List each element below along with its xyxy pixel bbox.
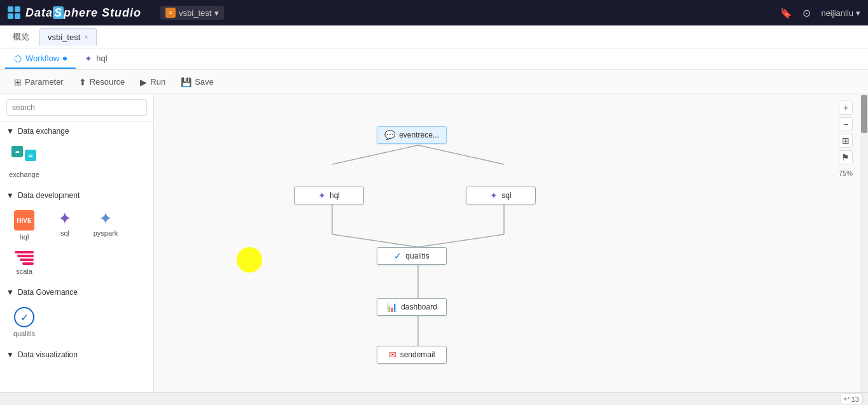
hql-label: hql xyxy=(20,233,29,241)
resource-icon: ⬆ xyxy=(79,77,87,87)
save-label: Save xyxy=(195,77,214,87)
run-label: Run xyxy=(150,77,165,87)
governance-items: ✓ qualitis xyxy=(0,299,153,345)
sidebar-item-scala[interactable]: scala xyxy=(5,246,43,278)
section-data-visualization[interactable]: ▼ Data visualization xyxy=(0,345,153,362)
section-data-exchange[interactable]: ▼ Data exchange xyxy=(0,122,153,138)
svg-line-4 xyxy=(332,234,418,247)
node-sendemail[interactable]: ✉ sendemail xyxy=(377,346,447,364)
section-arrow-visualization: ▼ xyxy=(6,350,14,359)
subtab-workflow[interactable]: ⬡ Workflow xyxy=(5,50,76,69)
svg-line-5 xyxy=(418,234,504,247)
exchange-icon: ⇄ ⇄ xyxy=(11,146,37,168)
counter-value: 13 xyxy=(851,395,859,403)
project-tab-label: vsbi_test xyxy=(48,32,80,42)
user-menu[interactable]: neijianliu ▾ xyxy=(821,8,860,18)
sendemail-node-label: sendemail xyxy=(400,350,435,359)
zoom-out-button[interactable]: − xyxy=(839,117,853,131)
run-button[interactable]: ▶ Run xyxy=(134,75,172,90)
zoom-in-button[interactable]: + xyxy=(839,101,853,115)
topbar: DataSphere Studio ≡ vsbi_test ▾ 🔖 ⊙ neij… xyxy=(0,0,868,25)
flag-button[interactable]: ⚑ xyxy=(839,150,853,164)
section-arrow-development: ▼ xyxy=(6,191,14,200)
workflow-tab-label: Workflow xyxy=(25,53,59,63)
bottom-bar: ↩ 13 xyxy=(0,392,868,405)
app-logo: DataSphere Studio xyxy=(8,6,141,20)
github-icon[interactable]: ⊙ xyxy=(802,7,811,19)
tab-overview[interactable]: 概览 xyxy=(5,27,37,46)
search-container xyxy=(0,94,153,122)
node-hql[interactable]: ✦ hql xyxy=(294,187,364,204)
section-arrow-exchange: ▼ xyxy=(6,127,14,136)
sidebar-item-exchange[interactable]: ⇄ ⇄ exchange xyxy=(5,141,43,181)
app-title: DataSphere Studio xyxy=(25,6,141,20)
hql-tab-label: hql xyxy=(96,53,107,63)
eventrece-icon: 💬 xyxy=(384,130,395,140)
parameter-button[interactable]: ⊞ Parameter xyxy=(8,75,70,90)
workflow-tab-icon: ⬡ xyxy=(14,53,22,64)
section-label-exchange: Data exchange xyxy=(18,127,69,136)
counter-icon: ↩ xyxy=(844,395,850,403)
node-sql[interactable]: ✦ sql xyxy=(466,187,536,204)
scala-icon xyxy=(15,251,34,265)
section-label-visualization: Data visualization xyxy=(18,350,78,359)
tab-project[interactable]: vsbi_test × xyxy=(39,28,97,46)
canvas-area[interactable]: 💬 eventrece... ✦ hql ✦ sql ✓ qualitis 📊 … xyxy=(154,94,868,405)
eventrece-label: eventrece... xyxy=(399,131,439,139)
scala-label: scala xyxy=(16,267,32,275)
project-icon: ≡ xyxy=(165,8,176,18)
sql-label: sql xyxy=(60,229,69,237)
sql-star-icon: ✦ xyxy=(58,210,72,227)
search-input[interactable] xyxy=(6,99,147,116)
exchange-label: exchange xyxy=(9,171,39,178)
qualitis-label: qualitis xyxy=(13,330,35,338)
project-selector[interactable]: ≡ vsbi_test ▾ xyxy=(160,6,224,20)
bookmark-icon[interactable]: 🔖 xyxy=(780,7,792,19)
hive-icon: HIVE xyxy=(14,210,34,231)
pyspark-label: pyspark xyxy=(94,229,118,237)
development-items: HIVE hql ✦ sql ✦ pyspark scala xyxy=(0,202,153,283)
svg-line-1 xyxy=(418,145,504,164)
run-icon: ▶ xyxy=(140,77,147,87)
tab-close-icon[interactable]: × xyxy=(84,33,88,41)
node-qualitis[interactable]: ✓ qualitis xyxy=(377,247,447,265)
logo-grid-icon xyxy=(8,6,20,19)
main-area: ▼ Data exchange ⇄ ⇄ exchange ▼ Data deve… xyxy=(0,94,868,405)
fit-button[interactable]: ⊞ xyxy=(839,134,853,148)
resource-label: Resource xyxy=(90,77,125,87)
zoom-level: 75% xyxy=(839,169,853,177)
sql-node-label: sql xyxy=(501,191,511,200)
exchange-items: ⇄ ⇄ exchange xyxy=(0,138,153,186)
resource-button[interactable]: ⬆ Resource xyxy=(73,75,132,90)
sidebar-item-hql[interactable]: HIVE hql xyxy=(5,205,43,243)
subtab-hql[interactable]: ✦ hql xyxy=(76,50,116,69)
sidebar: ▼ Data exchange ⇄ ⇄ exchange ▼ Data deve… xyxy=(0,94,154,405)
connections-svg xyxy=(154,94,868,405)
svg-line-0 xyxy=(332,145,418,164)
sidebar-item-pyspark[interactable]: ✦ pyspark xyxy=(87,205,125,243)
section-data-development[interactable]: ▼ Data development xyxy=(0,186,153,202)
user-dropdown-icon: ▾ xyxy=(856,8,860,18)
section-label-development: Data development xyxy=(18,191,80,200)
qualitis-node-icon: ✓ xyxy=(394,251,402,261)
parameter-label: Parameter xyxy=(25,77,64,87)
toolbar: ⊞ Parameter ⬆ Resource ▶ Run 💾 Save xyxy=(0,70,868,94)
sidebar-item-qualitis[interactable]: ✓ qualitis xyxy=(5,302,43,340)
node-eventrece[interactable]: 💬 eventrece... xyxy=(377,126,447,144)
save-button[interactable]: 💾 Save xyxy=(174,75,220,90)
qualitis-shield-icon: ✓ xyxy=(14,307,34,327)
pyspark-star-icon: ✦ xyxy=(99,210,113,227)
node-dashboard[interactable]: 📊 dashboard xyxy=(377,298,447,316)
sidebar-item-sql[interactable]: ✦ sql xyxy=(46,205,84,243)
dashboard-node-icon: 📊 xyxy=(386,302,397,312)
qualitis-node-label: qualitis xyxy=(405,252,429,260)
v-scrollbar[interactable] xyxy=(860,94,868,397)
sendemail-node-icon: ✉ xyxy=(389,350,396,360)
topbar-right: 🔖 ⊙ neijianliu ▾ xyxy=(780,7,860,19)
cursor-dot xyxy=(237,247,262,273)
hql-node-label: hql xyxy=(330,191,340,200)
project-dropdown-icon: ▾ xyxy=(214,8,219,18)
parameter-icon: ⊞ xyxy=(14,77,22,87)
v-scrollbar-thumb[interactable] xyxy=(861,95,867,133)
section-data-governance[interactable]: ▼ Data Governance xyxy=(0,283,153,299)
